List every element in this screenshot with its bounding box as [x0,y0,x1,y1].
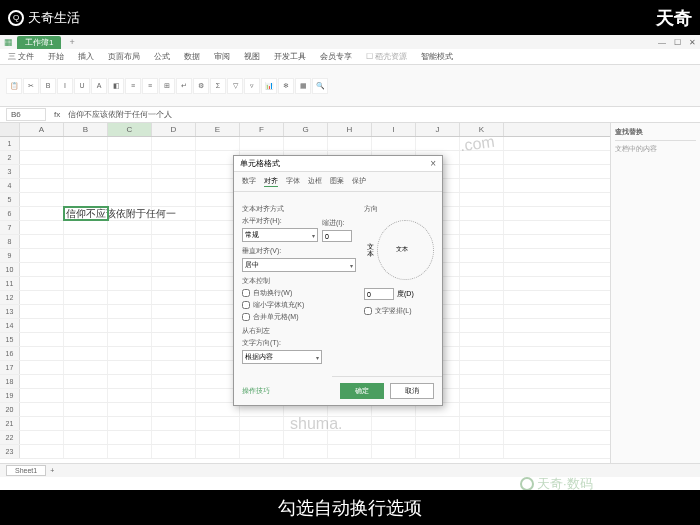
row-header[interactable]: 21 [0,417,20,430]
menu-view[interactable]: 视图 [244,51,260,62]
cancel-button[interactable]: 取消 [390,383,434,399]
col-j[interactable]: J [416,123,460,136]
font-color-icon[interactable]: A [91,78,107,94]
row-header[interactable]: 5 [0,193,20,206]
cell[interactable] [64,277,108,290]
row-header[interactable]: 11 [0,277,20,290]
cell[interactable] [416,431,460,444]
tab-font[interactable]: 字体 [286,176,300,187]
stack-checkbox[interactable]: 文字竖排(L) [364,306,434,316]
align-left-icon[interactable]: ≡ [125,78,141,94]
cell[interactable] [20,221,64,234]
cell[interactable] [64,193,108,206]
cell[interactable] [196,417,240,430]
cell[interactable] [20,291,64,304]
row-header[interactable]: 14 [0,319,20,332]
cell[interactable] [372,417,416,430]
cell[interactable] [328,445,372,458]
new-tab[interactable]: + [65,37,78,47]
cell[interactable] [460,445,504,458]
row-header[interactable]: 10 [0,263,20,276]
freeze-icon[interactable]: ❄ [278,78,294,94]
cell[interactable] [152,431,196,444]
cell[interactable] [460,179,504,192]
cell[interactable] [460,221,504,234]
cell[interactable] [108,277,152,290]
cell[interactable] [284,417,328,430]
cell[interactable] [108,361,152,374]
cell[interactable] [460,165,504,178]
find-icon[interactable]: 🔍 [312,78,328,94]
cell[interactable] [460,277,504,290]
cell[interactable] [460,375,504,388]
cell[interactable] [152,179,196,192]
underline-icon[interactable]: U [74,78,90,94]
tips-link[interactable]: 操作技巧 [234,382,278,400]
row-header[interactable]: 7 [0,221,20,234]
cell[interactable] [152,305,196,318]
minimize-icon[interactable]: — [658,38,666,47]
tab-protect[interactable]: 保护 [352,176,366,187]
doc-tab[interactable]: 工作簿1 [17,36,61,49]
cell[interactable] [372,445,416,458]
cell[interactable] [460,319,504,332]
cell[interactable] [240,431,284,444]
cell[interactable] [152,277,196,290]
cell[interactable] [152,347,196,360]
cell[interactable] [152,319,196,332]
col-k[interactable]: K [460,123,504,136]
file-menu[interactable]: 三 文件 [8,51,34,62]
cell[interactable] [20,431,64,444]
maximize-icon[interactable]: ☐ [674,38,681,47]
sort-icon[interactable]: ▽ [227,78,243,94]
cell[interactable] [20,179,64,192]
col-i[interactable]: I [372,123,416,136]
cell[interactable] [108,403,152,416]
cell[interactable] [108,375,152,388]
paste-icon[interactable]: 📋 [6,78,22,94]
cell[interactable] [152,165,196,178]
cell[interactable] [152,221,196,234]
cell[interactable] [152,333,196,346]
fill-icon[interactable]: ◧ [108,78,124,94]
indent-spinner[interactable]: 0 [322,230,352,242]
cell[interactable] [64,179,108,192]
cell[interactable] [460,347,504,360]
cell[interactable] [108,333,152,346]
row-header[interactable]: 15 [0,333,20,346]
cell[interactable] [196,431,240,444]
cell[interactable] [20,403,64,416]
cell[interactable] [20,277,64,290]
row-header[interactable]: 23 [0,445,20,458]
cell[interactable] [460,249,504,262]
row-header[interactable]: 4 [0,179,20,192]
cell[interactable] [20,193,64,206]
wrap-icon[interactable]: ↵ [176,78,192,94]
formula-content[interactable]: 信仰不应该依附于任何一个人 [68,109,172,120]
cell[interactable] [64,389,108,402]
degree-spinner[interactable]: 0 [364,288,394,300]
cell[interactable] [108,263,152,276]
cell[interactable] [64,291,108,304]
menu-vip[interactable]: 会员专享 [320,51,352,62]
dir-select[interactable]: 根据内容 [242,350,322,364]
format-icon[interactable]: ⚙ [193,78,209,94]
add-sheet[interactable]: + [46,467,58,474]
cell[interactable] [328,417,372,430]
cell[interactable] [416,445,460,458]
tab-number[interactable]: 数字 [242,176,256,187]
ok-button[interactable]: 确定 [340,383,384,399]
menu-insert[interactable]: 插入 [78,51,94,62]
cell[interactable] [152,137,196,150]
cell[interactable] [460,417,504,430]
filter-icon[interactable]: ▿ [244,78,260,94]
row-header[interactable]: 3 [0,165,20,178]
v-align-select[interactable]: 居中 [242,258,356,272]
cell[interactable] [328,431,372,444]
cell[interactable] [108,291,152,304]
wrap-checkbox[interactable]: 自动换行(W) [242,288,356,298]
cell[interactable] [64,235,108,248]
row-header[interactable]: 20 [0,403,20,416]
row-header[interactable]: 17 [0,361,20,374]
cell[interactable] [284,431,328,444]
